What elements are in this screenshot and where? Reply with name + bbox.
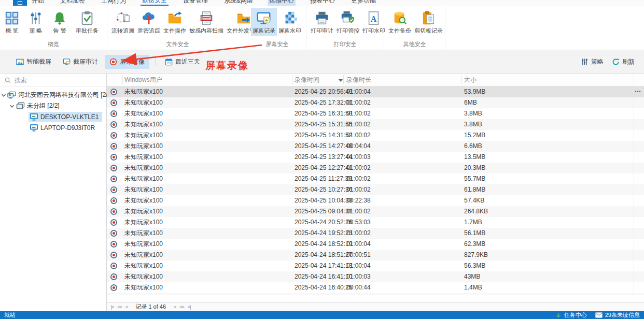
- unread-messages-button[interactable]: 29条未读信息: [605, 311, 640, 319]
- table-row[interactable]: 未知玩家x1002025-04-25 09:04:3101:00:02264.8…: [107, 206, 644, 217]
- toolbar-button-策略[interactable]: 策略: [580, 55, 605, 68]
- record-icon: [110, 284, 117, 291]
- cell-size: 1.4MB: [464, 282, 482, 293]
- cell-windows-user: 未知玩家x100: [124, 228, 163, 239]
- table-row[interactable]: 未知玩家x1002025-04-24 18:52:1901:00:0462.3M…: [107, 239, 644, 250]
- task-center-button[interactable]: 任务中心: [564, 311, 587, 319]
- tab-运维中心[interactable]: 运维中心: [268, 0, 296, 6]
- column-header-windows-user[interactable]: Windows用户: [124, 74, 162, 86]
- ribbon-button-label: 屏幕水印: [278, 27, 301, 35]
- table-row[interactable]: 未知玩家x1002025-04-25 17:32:0101:00:026MB: [107, 97, 644, 108]
- ribbon-button-打印水印[interactable]: A打印水印: [361, 8, 387, 36]
- ribbon-button-文件备份[interactable]: 文件备份: [387, 8, 413, 36]
- ribbon-button-流转追溯[interactable]: 流转追溯: [110, 8, 136, 36]
- pagination-button[interactable]: <: [125, 304, 128, 310]
- cell-duration: 00:00:51: [346, 250, 371, 260]
- tree-item-LAPTOP-D9J3IT0R[interactable]: LAPTOP-D9J3IT0R: [0, 122, 106, 133]
- cell-size: 264.8KB: [464, 206, 488, 217]
- ribbon-button-打印审计[interactable]: 打印审计: [309, 8, 335, 36]
- toolbar-button-截屏审计[interactable]: 截屏审计: [58, 55, 103, 69]
- table-row[interactable]: 未知玩家x1002025-04-24 18:51:2700:00:51827.9…: [107, 250, 644, 260]
- toolbar-right: 策略刷新: [580, 55, 644, 68]
- toolbar-separator: [156, 57, 156, 66]
- ribbon-button-屏幕记录[interactable]: 屏幕记录: [251, 8, 277, 36]
- pagination-next-group: >>>>|: [174, 304, 190, 310]
- ribbon-button-打印管控[interactable]: 打印管控: [335, 8, 361, 36]
- table-row[interactable]: 未知玩家x1002025-04-24 15:22:0601:00:0471.3M…: [107, 293, 644, 295]
- expand-chevron-icon[interactable]: [1, 93, 6, 98]
- ribbon-button-敏感内容扫描[interactable]: 敏感内容扫描: [188, 8, 225, 36]
- ribbon-button-文件操作[interactable]: 文件操作: [162, 8, 188, 36]
- table-row[interactable]: 未知玩家x1002025-04-24 17:41:1301:00:0456.3M…: [107, 260, 644, 271]
- table-row[interactable]: 未知玩家x1002025-04-25 14:31:5201:00:0215.2M…: [107, 130, 644, 141]
- column-header-duration[interactable]: 录像时长: [346, 74, 371, 86]
- toolbar-button-刷新[interactable]: 刷新: [611, 55, 636, 68]
- table-row[interactable]: 未知玩家x1002025-04-25 15:31:5501:00:023.8MB: [107, 119, 644, 130]
- cell-windows-user: 未知玩家x100: [124, 293, 163, 295]
- toolbar-button-智能截屏[interactable]: 智能截屏: [11, 55, 56, 69]
- pagination-button[interactable]: <<: [118, 304, 122, 310]
- cell-windows-user: 未知玩家x100: [124, 173, 163, 184]
- ribbon-button-屏幕水印[interactable]: 屏幕水印: [277, 8, 303, 36]
- record-icon: [110, 230, 117, 237]
- record-icon: [110, 263, 117, 269]
- pagination-button[interactable]: >: [174, 304, 176, 310]
- ribbon-button-概览[interactable]: 概 览: [3, 8, 21, 36]
- expand-chevron-icon[interactable]: [8, 104, 15, 109]
- cell-duration: 01:00:02: [346, 163, 371, 173]
- pagination-button[interactable]: |<: [111, 304, 114, 310]
- cell-record-time: 2025-04-25 11:27:39: [295, 173, 352, 184]
- ribbon-button-审批任务[interactable]: 审批任务: [74, 8, 100, 36]
- tab-报表中心[interactable]: 报表中心: [309, 0, 337, 6]
- tab-系统&网络[interactable]: 系统&网络: [222, 0, 255, 6]
- file-menu-button[interactable]: [13, 0, 27, 6]
- table-row[interactable]: 未知玩家x1002025-04-25 11:27:3901:00:0255.7M…: [107, 173, 644, 184]
- row-actions-button[interactable]: •••: [635, 86, 641, 97]
- ribbon-button-告警[interactable]: 告 警: [50, 8, 69, 36]
- cell-windows-user: 未知玩家x100: [124, 130, 163, 141]
- tab-文档加密[interactable]: 文档加密: [59, 0, 87, 6]
- table-row[interactable]: 未知玩家x1002025-04-24 20:52:2600:53:031.7MB: [107, 217, 644, 228]
- ribbon-button-策略[interactable]: 策 略: [26, 8, 45, 36]
- table-row[interactable]: 未知玩家x1002025-04-25 10:04:3300:22:3857.4K…: [107, 195, 644, 206]
- sort-descending-icon[interactable]: [339, 79, 343, 82]
- ribbon-button-剪切板记录[interactable]: 剪切板记录: [413, 8, 444, 36]
- record-icon: [110, 89, 117, 95]
- table-row[interactable]: 未知玩家x1002025-04-25 13:27:4401:00:0313.5M…: [107, 152, 644, 163]
- pagination-button[interactable]: >>: [179, 304, 184, 310]
- cell-size: 3.8MB: [464, 119, 482, 130]
- table-row[interactable]: 未知玩家x1002025-04-25 20:56:4901:00:0453.9M…: [107, 86, 644, 97]
- toolbar-button-屏幕录像[interactable]: 屏幕录像: [105, 55, 149, 69]
- table-header: Windows用户 录像时间 录像时长 大小: [107, 74, 644, 86]
- cell-windows-user: 未知玩家x100: [124, 195, 163, 206]
- table-row[interactable]: 未知玩家x1002025-04-25 12:27:4101:00:0220.3M…: [107, 163, 644, 173]
- table-row[interactable]: 未知玩家x1002025-04-24 19:52:2301:00:0256.1M…: [107, 228, 644, 239]
- ribbon-button-泄密追踪[interactable]: 泄密追踪: [136, 8, 162, 36]
- table-row[interactable]: 未知玩家x1002025-04-25 10:27:3601:00:0261.8M…: [107, 184, 644, 195]
- toolbar-button-最近三天[interactable]: 23最近三天: [160, 55, 205, 69]
- column-header-size[interactable]: 大小: [464, 74, 477, 86]
- tab-更多功能[interactable]: 更多功能: [349, 0, 377, 6]
- cell-duration: 01:00:03: [346, 152, 371, 163]
- table-row[interactable]: 未知玩家x1002025-04-24 16:41:1001:00:0343MB: [107, 271, 644, 282]
- search-input[interactable]: [15, 77, 92, 84]
- download-arrow-icon: [555, 312, 562, 318]
- ribbon-group-概览: 概 览策 略告 警审批任务概览: [0, 6, 107, 50]
- tab-开始[interactable]: 开始: [30, 0, 46, 6]
- tree-item-DESKTOP-VLKTLE1[interactable]: DESKTOP-VLKTLE1: [0, 111, 106, 122]
- table-row[interactable]: 未知玩家x1002025-04-24 16:40:2500:00:441.4MB: [107, 282, 644, 293]
- table-row[interactable]: 未知玩家x1002025-04-25 14:27:4800:04:046.6MB: [107, 141, 644, 152]
- cell-duration: 01:00:04: [346, 86, 371, 97]
- tab-上网行为[interactable]: 上网行为: [100, 0, 128, 6]
- computer-icon: [30, 113, 38, 121]
- tree-item-未分组[interactable]: 未分组 [2/2]: [0, 100, 106, 111]
- pagination-button[interactable]: >|: [188, 304, 191, 310]
- tab-设备管理[interactable]: 设备管理: [181, 0, 209, 6]
- record-icon: [110, 132, 117, 139]
- tree-item-河北安固云网络科技有限公司[interactable]: 河北安固云网络科技有限公司 [2/2]: [0, 90, 106, 100]
- tab-数据安全[interactable]: 数据安全: [141, 0, 169, 6]
- cell-duration: 01:00:03: [346, 271, 371, 282]
- secondary-toolbar: 智能截屏截屏审计屏幕录像23最近三天 策略刷新: [0, 50, 644, 74]
- column-header-record-time[interactable]: 录像时间: [295, 74, 319, 86]
- table-row[interactable]: 未知玩家x1002025-04-25 16:31:5801:00:023.8MB: [107, 108, 644, 119]
